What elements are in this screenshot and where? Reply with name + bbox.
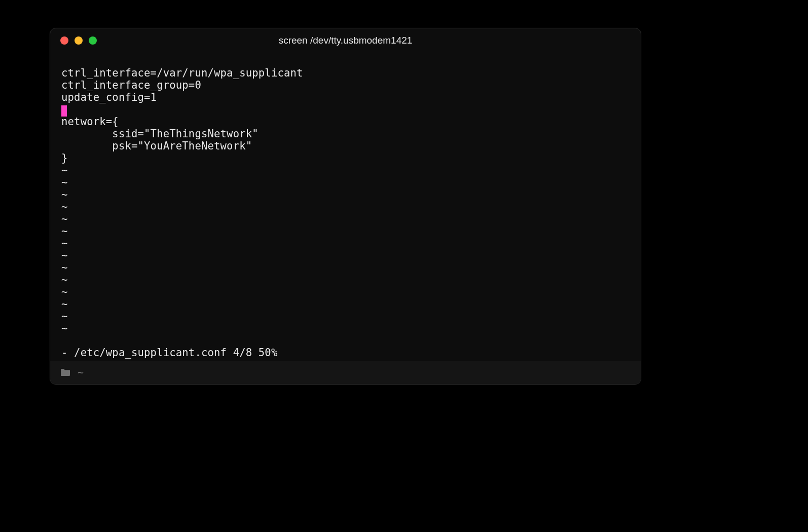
terminal-window: screen /dev/tty.usbmodem1421 ctrl_interf… bbox=[50, 28, 641, 385]
close-icon[interactable] bbox=[60, 36, 68, 45]
statusbar: ~ bbox=[50, 361, 641, 384]
folder-icon bbox=[60, 368, 70, 376]
filler-lines: ~ ~ ~ ~ ~ ~ ~ ~ ~ ~ ~ ~ ~ ~ bbox=[61, 164, 68, 334]
editor-line: ctrl_interface=/var/run/wpa_supplicant bbox=[61, 67, 303, 79]
editor-status-line: - /etc/wpa_supplicant.conf 4/8 50% bbox=[61, 347, 277, 359]
titlebar: screen /dev/tty.usbmodem1421 bbox=[50, 28, 641, 53]
window-title: screen /dev/tty.usbmodem1421 bbox=[50, 35, 641, 46]
cursor-icon bbox=[61, 105, 67, 117]
editor-line: ctrl_interface_group=0 bbox=[61, 79, 201, 91]
editor-line: network={ bbox=[61, 116, 119, 128]
editor-line: } bbox=[61, 152, 68, 164]
terminal-body[interactable]: ctrl_interface=/var/run/wpa_supplicant c… bbox=[50, 53, 641, 361]
status-path: ~ bbox=[78, 366, 84, 378]
editor-line: psk="YouAreTheNetwork" bbox=[61, 140, 252, 152]
editor-line: update_config=1 bbox=[61, 91, 157, 103]
minimize-icon[interactable] bbox=[75, 36, 83, 45]
editor-line: ssid="TheThingsNetwork" bbox=[61, 128, 259, 140]
zoom-icon[interactable] bbox=[89, 36, 97, 45]
traffic-lights bbox=[60, 36, 97, 45]
